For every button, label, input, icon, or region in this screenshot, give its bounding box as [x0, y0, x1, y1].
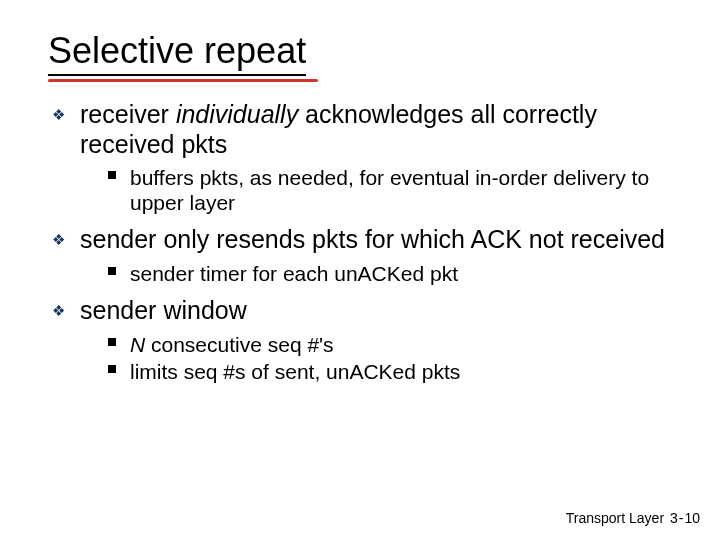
sub-list: buffers pkts, as needed, for eventual in…	[80, 165, 672, 215]
diamond-bullet-icon: ❖	[52, 231, 65, 249]
bullet-text: sender window	[80, 296, 247, 324]
footer-page: 3-10	[670, 510, 700, 526]
diamond-bullet-icon: ❖	[52, 106, 65, 124]
sub-item: N consecutive seq #'s	[108, 332, 672, 357]
sub-list: N consecutive seq #'s limits seq #s of s…	[80, 332, 672, 384]
title-wrap: Selective repeat	[48, 30, 306, 76]
bullet-text: sender only resends pkts for which ACK n…	[80, 225, 665, 253]
slide: Selective repeat ❖ receiver individually…	[0, 0, 720, 540]
sub-text: sender timer for each unACKed pkt	[130, 262, 458, 285]
bullet-list: ❖ receiver individually acknowledges all…	[48, 100, 672, 384]
sub-text: buffers pkts, as needed, for eventual in…	[130, 166, 649, 214]
sub-item: limits seq #s of sent, unACKed pkts	[108, 359, 672, 384]
diamond-bullet-icon: ❖	[52, 302, 65, 320]
square-bullet-icon	[108, 267, 116, 275]
square-bullet-icon	[108, 365, 116, 373]
slide-title: Selective repeat	[48, 30, 306, 76]
bullet-text: receiver individually acknowledges all c…	[80, 100, 597, 158]
sub-text: limits seq #s of sent, unACKed pkts	[130, 360, 460, 383]
square-bullet-icon	[108, 171, 116, 179]
footer: Transport Layer 3-10	[566, 510, 700, 526]
bullet-item: ❖ receiver individually acknowledges all…	[52, 100, 672, 215]
footer-label: Transport Layer	[566, 510, 664, 526]
square-bullet-icon	[108, 338, 116, 346]
sub-list: sender timer for each unACKed pkt	[80, 261, 672, 286]
sub-item: sender timer for each unACKed pkt	[108, 261, 672, 286]
bullet-item: ❖ sender window N consecutive seq #'s li…	[52, 296, 672, 384]
bullet-item: ❖ sender only resends pkts for which ACK…	[52, 225, 672, 286]
title-underline	[48, 79, 318, 82]
sub-text: N consecutive seq #'s	[130, 333, 334, 356]
sub-item: buffers pkts, as needed, for eventual in…	[108, 165, 672, 215]
